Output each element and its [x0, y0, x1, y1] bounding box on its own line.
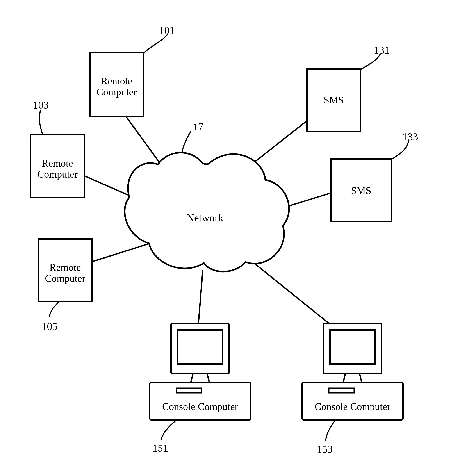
network-diagram: Network Remote Computer Remote Computer … [0, 0, 460, 476]
console151-label: Console Computer [162, 401, 238, 412]
network-label: Network [187, 212, 223, 224]
console-computer-153: Console Computer [302, 323, 403, 420]
sms131-label: SMS [324, 94, 344, 106]
ref-131: 131 [374, 44, 390, 56]
remote-computer-103: Remote Computer [31, 135, 85, 197]
sms133-label: SMS [351, 185, 371, 196]
ref-133: 133 [402, 131, 418, 143]
rc105-line1: Remote [49, 262, 81, 273]
rc103-line2: Computer [37, 169, 78, 180]
rc105-line2: Computer [45, 273, 85, 284]
network-cloud: Network [125, 153, 289, 272]
ref-101: 101 [159, 25, 175, 36]
sms-133: SMS [331, 159, 391, 221]
svg-rect-13 [178, 330, 222, 364]
rc103-line1: Remote [42, 158, 73, 169]
svg-line-2 [91, 242, 153, 262]
remote-computer-105: Remote Computer [38, 239, 92, 301]
svg-rect-15 [177, 388, 202, 393]
svg-line-6 [250, 260, 329, 323]
svg-rect-17 [330, 330, 375, 364]
ref-105: 105 [42, 321, 58, 332]
ref-151: 151 [152, 442, 168, 454]
sms-131: SMS [307, 69, 361, 132]
console-computer-151: Console Computer [150, 323, 251, 420]
rc101-line1: Remote [101, 76, 132, 87]
ref-17: 17 [193, 121, 204, 133]
console153-label: Console Computer [315, 401, 391, 412]
rc101-line2: Computer [96, 86, 137, 98]
ref-103: 103 [33, 99, 49, 111]
ref-153: 153 [317, 443, 332, 455]
svg-rect-19 [329, 388, 354, 393]
remote-computer-101: Remote Computer [90, 53, 144, 116]
svg-line-5 [198, 270, 203, 323]
